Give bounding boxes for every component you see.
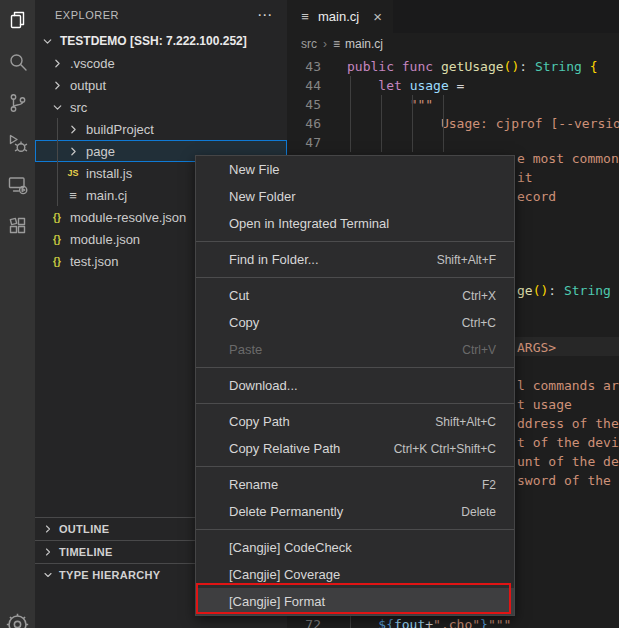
menu-item-label: New Folder [229, 189, 295, 204]
tree-item-label: module.json [70, 232, 140, 247]
explorer-icon[interactable] [0, 0, 35, 41]
code-fragment: it [517, 168, 533, 187]
menu-item-shortcut: Shift+Alt+C [435, 415, 496, 429]
json-file-icon: {} [49, 212, 65, 223]
tree-item-buildproject[interactable]: buildProject [35, 118, 287, 140]
code-fragment: ddress of the [517, 414, 619, 433]
source-control-icon[interactable] [0, 82, 35, 123]
indent-guide [443, 95, 444, 152]
menu-item-new-folder[interactable]: New Folder [196, 183, 514, 210]
menu-item-copy[interactable]: CopyCtrl+C [196, 309, 514, 336]
code-fragment: e most common [517, 149, 619, 168]
menu-item-label: Open in Integrated Terminal [229, 216, 389, 231]
code-line: Usage: cjprof [--version [347, 114, 619, 133]
menu-item-find-in-folder[interactable]: Find in Folder...Shift+Alt+F [196, 246, 514, 273]
json-file-icon: {} [49, 256, 65, 267]
chevron-down-icon [40, 569, 56, 581]
line-number: 44 [287, 76, 321, 95]
settings-gear-icon[interactable] [4, 611, 32, 628]
menu-item-label: Copy Path [229, 414, 290, 429]
menu-item-label: [Cangjie] Coverage [229, 567, 340, 582]
indent-guide [412, 95, 413, 152]
menu-item-new-file[interactable]: New File [196, 156, 514, 183]
indent-guide [350, 76, 351, 152]
menu-item-download[interactable]: Download... [196, 372, 514, 399]
tree-item-label: output [70, 78, 106, 93]
chevron-right-icon [65, 123, 81, 136]
menu-separator [196, 277, 514, 278]
tree-item-label: page [86, 144, 115, 159]
code-fragment: ge(): String [517, 281, 611, 300]
menu-separator [196, 367, 514, 368]
menu-item-shortcut: Ctrl+K Ctrl+Shift+C [394, 442, 496, 456]
chevron-right-icon [40, 523, 56, 535]
line-number: 45 [287, 95, 321, 114]
line-number: 47 [287, 133, 321, 152]
close-tab-icon[interactable]: × [373, 9, 382, 24]
menu-item-label: Find in Folder... [229, 252, 319, 267]
menu-item-label: Rename [229, 477, 278, 492]
menu-item-shortcut: Ctrl+V [462, 343, 496, 357]
section-label: OUTLINE [59, 523, 109, 535]
indent-guide [57, 118, 58, 206]
context-menu: New FileNew FolderOpen in Integrated Ter… [195, 155, 515, 616]
menu-item-rename[interactable]: RenameF2 [196, 471, 514, 498]
tab-main-cj[interactable]: ≡ main.cj × [287, 0, 393, 33]
menu-item-delete-permanently[interactable]: Delete PermanentlyDelete [196, 498, 514, 525]
menu-item-label: Paste [229, 342, 262, 357]
menu-item-copy-relative-path[interactable]: Copy Relative PathCtrl+K Ctrl+Shift+C [196, 435, 514, 462]
tab-label: main.cj [318, 9, 359, 24]
tree-item-vscode[interactable]: .vscode [35, 52, 287, 74]
code-fragment: sword of the d [517, 471, 619, 490]
code-line: let usage = [347, 76, 464, 95]
menu-item-shortcut: Delete [461, 505, 496, 519]
code-fragment: t usage [517, 395, 572, 414]
menu-item-paste: PasteCtrl+V [196, 336, 514, 363]
tree-item-label: module-resolve.json [70, 210, 186, 225]
menu-item-cut[interactable]: CutCtrl+X [196, 282, 514, 309]
line-number: 72 [287, 615, 321, 628]
breadcrumb-file[interactable]: main.cj [345, 37, 383, 51]
menu-item-copy-path[interactable]: Copy PathShift+Alt+C [196, 408, 514, 435]
search-icon[interactable] [0, 41, 35, 82]
line-number: 46 [287, 114, 321, 133]
tree-item-output[interactable]: output [35, 74, 287, 96]
tree-item-src[interactable]: src [35, 96, 287, 118]
chevron-right-icon [65, 145, 81, 158]
menu-item-label: Delete Permanently [229, 504, 343, 519]
tree-item-testdemo-ssh-7-222-100-252[interactable]: TESTDEMO [SSH: 7.222.100.252] [35, 30, 287, 52]
menu-item-shortcut: Ctrl+C [462, 316, 496, 330]
activity-bar [0, 0, 35, 628]
section-label: TYPE HIERARCHY [59, 569, 160, 581]
chevron-down-icon [49, 101, 65, 114]
code-fragment: unt of the de [517, 452, 619, 471]
run-debug-icon[interactable] [0, 123, 35, 164]
code-line: ${fout+".cho"}""" [347, 615, 511, 628]
chevron-right-icon: › [323, 37, 327, 51]
menu-item-open-in-integrated-terminal[interactable]: Open in Integrated Terminal [196, 210, 514, 237]
menu-item-cangjie-coverage[interactable]: [Cangjie] Coverage [196, 561, 514, 588]
cj-file-icon: ≡ [333, 37, 340, 51]
more-actions-icon[interactable]: ⋯ [257, 6, 273, 24]
chevron-right-icon [49, 57, 65, 70]
tree-item-label: test.json [70, 254, 118, 269]
menu-item-cangjie-codecheck[interactable]: [Cangjie] CodeCheck [196, 534, 514, 561]
chevron-right-icon [49, 79, 65, 92]
menu-item-label: New File [229, 162, 280, 177]
menu-item-label: [Cangjie] CodeCheck [229, 540, 352, 555]
breadcrumb-folder[interactable]: src [301, 37, 317, 51]
sidebar-header: EXPLORER ⋯ [35, 0, 287, 30]
menu-item-cangjie-format[interactable]: [Cangjie] Format [196, 588, 514, 615]
tree-item-label: .vscode [70, 56, 115, 71]
breadcrumb[interactable]: src › ≡ main.cj [287, 33, 619, 55]
remote-explorer-icon[interactable] [0, 164, 35, 205]
js-file-icon: JS [65, 168, 81, 178]
menu-separator [196, 466, 514, 467]
explorer-title: EXPLORER [55, 9, 257, 21]
code-fragment: ecord [517, 187, 556, 206]
extensions-icon[interactable] [0, 205, 35, 246]
menu-item-label: Copy Relative Path [229, 441, 340, 456]
tree-item-label: install.js [86, 166, 132, 181]
menu-item-shortcut: Shift+Alt+F [437, 253, 496, 267]
chevron-right-icon [40, 546, 56, 558]
